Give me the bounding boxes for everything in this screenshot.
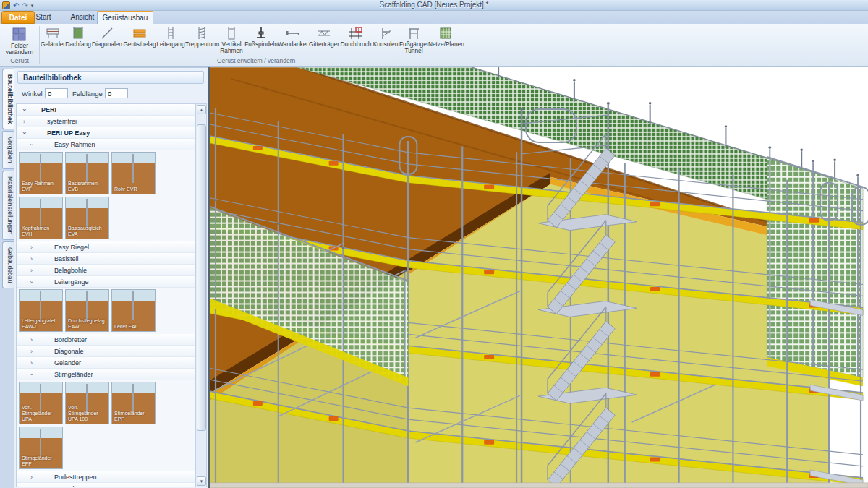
library-item-easy-rahmen-evf[interactable]: Easy Rahmen EVF bbox=[19, 152, 63, 194]
tree-item-leitergaenge[interactable]: › Leitergänge bbox=[17, 276, 195, 288]
tree-item-basisteil[interactable]: › Basisteil bbox=[17, 253, 195, 265]
tree-label: Belagbohle bbox=[17, 265, 195, 276]
wall-anchor-icon bbox=[278, 26, 308, 41]
thumb-grid-stirngelaender: Vorl. Stirngeländer UPA Vorl. Stirngelän… bbox=[17, 380, 195, 471]
tree-item-easy-rahmen[interactable]: › Easy Rahmen bbox=[17, 139, 195, 150]
konsolen-button[interactable]: Konsolen bbox=[372, 25, 399, 57]
tab-ansicht[interactable]: Ansicht bbox=[64, 11, 101, 24]
tree-label: Bordbretter bbox=[17, 334, 195, 346]
scrollbar-thumb[interactable] bbox=[197, 124, 206, 431]
breakthrough-icon bbox=[340, 26, 372, 41]
library-item-leitergangtafel-eaw-l[interactable]: Leitergangtafel EAW-L bbox=[19, 289, 63, 332]
netze-planen-button[interactable]: Netze/Planen bbox=[428, 25, 463, 57]
gelaender-button[interactable]: Geländer bbox=[41, 25, 65, 57]
side-tab-materialeinstellungen[interactable]: Materialeinstellungen bbox=[2, 171, 14, 240]
library-item-stirngelaender-epf-2[interactable]: Stirngeländer EPF bbox=[19, 427, 63, 469]
deck-icon bbox=[123, 26, 156, 41]
dachfang-button[interactable]: Dachfang bbox=[65, 25, 91, 57]
tree-label: systemfrei bbox=[17, 116, 195, 127]
chevron-down-icon: › bbox=[26, 144, 38, 146]
thumb-caption: Kopfrahmen EVH bbox=[22, 226, 61, 237]
ribbon-buttons: Geländer Dachfang Diagonalen Gerüstbelag… bbox=[41, 25, 463, 57]
ribbon-group-geruest-label: Gerüst bbox=[0, 57, 39, 64]
tab-start[interactable]: Start bbox=[26, 11, 61, 24]
winkel-input[interactable] bbox=[45, 88, 68, 98]
tree-item-stirngelaender[interactable]: › Stirngeländer bbox=[17, 369, 195, 380]
tree-item-systemfrei[interactable]: › systemfrei bbox=[17, 116, 195, 127]
viewport-3d[interactable] bbox=[208, 67, 868, 488]
thumb-caption: Stirngeländer EPF bbox=[114, 411, 153, 422]
leitergang-button[interactable]: Leitergang bbox=[156, 25, 185, 57]
diagonal-icon bbox=[91, 26, 123, 41]
side-tab-bauteilbibliothek[interactable]: Bauteilbibliothek bbox=[2, 69, 14, 129]
chevron-down-icon: › bbox=[19, 109, 30, 111]
durchbruch-button[interactable]: Durchbruch bbox=[340, 25, 372, 57]
tree-item-peri[interactable]: › PERI bbox=[17, 104, 195, 116]
viewport-bottom-strip bbox=[210, 483, 868, 488]
component-library-panel: Bauteilbibliothek Winkel Feldlänge › PER… bbox=[14, 67, 208, 488]
roof-catch-icon bbox=[65, 26, 91, 41]
tree-item-diagonale[interactable]: › Diagonale bbox=[17, 346, 195, 357]
library-item-kopfrahmen-evh[interactable]: Kopfrahmen EVH bbox=[19, 197, 63, 239]
tree-item-podesttreppen[interactable]: › Podesttreppen bbox=[17, 471, 195, 483]
chevron-down-icon: › bbox=[26, 281, 38, 283]
wandanker-button[interactable]: Wandanker bbox=[278, 25, 308, 57]
tree-label: Stirngeländer bbox=[17, 369, 195, 380]
library-item-vorl-stirngelaender-upa[interactable]: Vorl. Stirngeländer UPA bbox=[19, 382, 63, 424]
library-item-basisausgleich-eva[interactable]: Basisausgleich EVA bbox=[65, 197, 109, 239]
library-item-leiter-eal[interactable]: Leiter EAL bbox=[111, 289, 156, 332]
viewport-3d-scene[interactable] bbox=[210, 67, 868, 488]
side-tab-strip: Bauteilbibliothek Vorgaben Materialeinst… bbox=[0, 67, 14, 488]
ribbon-separator bbox=[39, 26, 40, 64]
feldlaenge-input[interactable] bbox=[105, 88, 128, 98]
gittertraeger-button[interactable]: Gitterträger bbox=[308, 25, 340, 57]
thumb-caption: Rohr EVR bbox=[114, 187, 153, 192]
tree-item-belagbohle[interactable]: › Belagbohle bbox=[17, 265, 195, 276]
tree-item-gelaender[interactable]: › Geländer bbox=[17, 357, 195, 369]
tree-item-bordbretter[interactable]: › Bordbretter bbox=[17, 334, 195, 346]
tab-geruestausbau[interactable]: Gerüstausbau bbox=[97, 11, 153, 24]
button-label: Netze/Planen bbox=[428, 41, 463, 48]
library-item-stirngelaender-epf[interactable]: Stirngeländer EPF bbox=[111, 382, 156, 424]
tree-label: Easy Rahmen bbox=[17, 139, 195, 150]
fussspindeln-button[interactable]: Fußspindeln bbox=[244, 25, 278, 57]
chevron-right-icon: › bbox=[23, 116, 25, 127]
tree-item-peri-up-easy[interactable]: › PERI UP Easy bbox=[17, 127, 195, 139]
window-title: Scaffolding CAD [Neues Projekt] * bbox=[0, 1, 868, 9]
side-tab-gebaeudebau[interactable]: Gebäudebau bbox=[2, 241, 14, 288]
button-label: Treppenturm bbox=[185, 41, 218, 48]
geruestbelag-button[interactable]: Gerüstbelag bbox=[123, 25, 156, 57]
side-tab-vorgaben[interactable]: Vorgaben bbox=[2, 131, 14, 168]
sidebar-scrollbar[interactable]: ▲ ▼ bbox=[195, 104, 206, 487]
component-tree: › PERI › systemfrei › PERI UP Easy › Eas… bbox=[16, 103, 207, 487]
vertikal-rahmen-button[interactable]: Vertikal Rahmen bbox=[218, 25, 244, 57]
vertical-frame-icon bbox=[218, 26, 244, 41]
ribbon: Felder verändern Gerüst Geländer Dachfan… bbox=[0, 24, 868, 67]
chevron-down-icon: › bbox=[19, 132, 30, 134]
library-item-durchstiegbelag-eaw[interactable]: Durchstiegbelag EAW bbox=[65, 289, 109, 332]
diagonalen-button[interactable]: Diagonalen bbox=[91, 25, 123, 57]
tree-item-easy-riegel[interactable]: › Easy Riegel bbox=[17, 241, 195, 253]
thumb-caption: Vorl. Stirngeländer UPA 100 bbox=[68, 405, 107, 422]
railing-icon bbox=[41, 26, 65, 41]
scroll-up-icon[interactable]: ▲ bbox=[197, 105, 206, 114]
fussgaenger-tunnel-button[interactable]: Fußgänger Tunnel bbox=[399, 25, 428, 57]
library-item-vorl-stirngelaender-upa-100[interactable]: Vorl. Stirngeländer UPA 100 bbox=[65, 382, 109, 424]
felder-veraendern-button[interactable]: Felder verändern bbox=[1, 25, 38, 57]
library-item-rohr-evr[interactable]: Rohr EVR bbox=[111, 152, 156, 194]
tree-item-konsole[interactable]: › Konsole bbox=[17, 483, 195, 487]
chevron-right-icon: › bbox=[30, 334, 33, 346]
chevron-down-icon: › bbox=[26, 374, 38, 376]
library-item-basisrahmen-evb[interactable]: Basisrahmen EVB bbox=[65, 152, 109, 194]
thumb-caption: Leitergangtafel EAW-L bbox=[22, 318, 61, 330]
treppenturm-button[interactable]: Treppenturm bbox=[185, 25, 218, 57]
base-jack-icon bbox=[244, 26, 278, 41]
parameter-fields: Winkel Feldlänge bbox=[17, 87, 204, 100]
button-label: Gitterträger bbox=[308, 41, 340, 48]
tree-label: Konsole bbox=[17, 483, 195, 487]
thumb-caption: Basisausgleich EVA bbox=[68, 226, 107, 237]
tree-label: Basisteil bbox=[17, 253, 195, 265]
button-label: Fußgänger Tunnel bbox=[399, 41, 428, 54]
scroll-down-icon[interactable]: ▼ bbox=[197, 476, 206, 486]
big-button-label: Felder verändern bbox=[2, 43, 37, 56]
